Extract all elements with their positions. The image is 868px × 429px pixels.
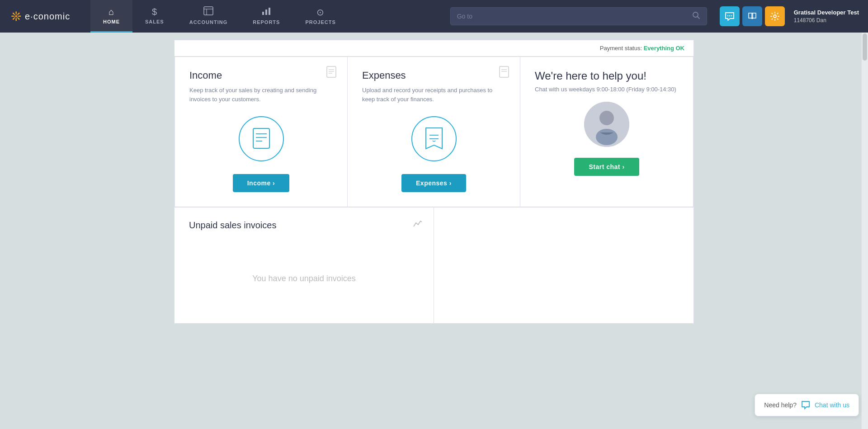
svg-point-8 xyxy=(727,15,728,16)
main-content: Payment status: Everything OK Income Kee… xyxy=(0,33,868,429)
svg-point-9 xyxy=(729,15,730,16)
nav-label-accounting: ACCOUNTING xyxy=(189,19,228,25)
logo-icon: ❊ xyxy=(11,9,21,24)
help-card: We're here to help you! Chat with us wee… xyxy=(520,57,693,207)
svg-rect-20 xyxy=(500,66,509,77)
income-center: Income › xyxy=(189,116,333,192)
svg-point-10 xyxy=(731,15,732,16)
user-id: 1148706 Dan xyxy=(794,17,859,24)
scrollbar-track[interactable] xyxy=(862,33,868,429)
help-widget: Need help? Chat with us xyxy=(755,394,859,416)
unpaid-invoices-section: Unpaid sales invoices You have no unpaid… xyxy=(175,207,434,323)
expenses-top-icon xyxy=(499,66,509,80)
nav-label-home: HOME xyxy=(103,19,120,24)
nav-item-home[interactable]: ⌂ HOME xyxy=(90,0,132,33)
scrollbar-thumb[interactable] xyxy=(863,33,867,61)
expenses-desc: Upload and record your receipts and purc… xyxy=(362,86,505,104)
dollar-icon: $ xyxy=(152,7,157,17)
help-title: We're here to help you! xyxy=(535,70,679,82)
search-icon xyxy=(692,11,700,21)
income-circle-icon xyxy=(239,116,284,161)
user-info: Gratisal Developer Test 1148706 Dan xyxy=(790,0,868,33)
projects-icon: ⊙ xyxy=(316,7,325,18)
logo[interactable]: ❊ e·conomic xyxy=(0,0,90,33)
svg-point-26 xyxy=(599,111,614,125)
income-desc: Keep track of your sales by creating and… xyxy=(189,86,333,104)
start-chat-button[interactable]: Start chat › xyxy=(574,158,639,176)
help-desc: Chat with us weekdays 9:00-18:00 (Friday… xyxy=(535,86,679,93)
nav-label-sales: SALES xyxy=(145,19,164,24)
chat-with-us-link[interactable]: Chat with us xyxy=(815,401,849,409)
svg-rect-4 xyxy=(265,9,267,15)
expenses-center: Expenses › xyxy=(362,116,505,192)
svg-point-27 xyxy=(596,129,618,145)
no-invoices-message: You have no unpaid invoices xyxy=(189,238,419,311)
income-button[interactable]: Income › xyxy=(233,174,290,192)
home-icon: ⌂ xyxy=(108,7,114,17)
help-widget-label: Need help? xyxy=(764,401,797,409)
expenses-title: Expenses xyxy=(362,70,505,81)
chat-button[interactable] xyxy=(720,6,740,26)
search-box[interactable] xyxy=(450,7,707,25)
reports-icon xyxy=(261,6,271,18)
svg-rect-16 xyxy=(253,128,269,148)
cards-row: Income Keep track of your sales by creat… xyxy=(175,57,693,207)
payment-status-value: Everything OK xyxy=(644,45,684,52)
unpaid-invoices-title: Unpaid sales invoices xyxy=(189,220,419,231)
settings-button[interactable] xyxy=(765,6,785,26)
chart-icon xyxy=(413,218,423,230)
svg-point-11 xyxy=(774,15,776,18)
payment-status-label: Payment status: xyxy=(600,45,642,52)
bottom-row: Unpaid sales invoices You have no unpaid… xyxy=(175,207,693,323)
payment-status-bar: Payment status: Everything OK xyxy=(175,40,693,57)
nav-label-projects: PROJECTS xyxy=(305,19,335,25)
income-top-icon xyxy=(326,66,336,80)
navbar: ❊ e·conomic ⌂ HOME $ SALES ACCOUNTING xyxy=(0,0,868,33)
expenses-circle-icon xyxy=(411,116,457,161)
nav-label-reports: REPORTS xyxy=(253,19,280,25)
nav-items: ⌂ HOME $ SALES ACCOUNTING xyxy=(90,0,443,33)
svg-line-7 xyxy=(697,17,699,19)
nav-actions xyxy=(714,0,790,33)
nav-item-accounting[interactable]: ACCOUNTING xyxy=(177,0,241,33)
help-center: Start chat › xyxy=(535,102,679,176)
expenses-button[interactable]: Expenses › xyxy=(401,174,466,192)
chat-bubble-icon xyxy=(801,401,810,410)
svg-rect-12 xyxy=(327,66,336,77)
expenses-card: Expenses Upload and record your receipts… xyxy=(348,57,520,207)
search-area xyxy=(443,7,714,25)
svg-rect-0 xyxy=(204,7,213,15)
accounting-icon xyxy=(203,6,213,18)
avatar xyxy=(584,102,629,147)
nav-item-reports[interactable]: REPORTS xyxy=(240,0,292,33)
income-card: Income Keep track of your sales by creat… xyxy=(175,57,348,207)
nav-item-sales[interactable]: $ SALES xyxy=(132,0,177,33)
svg-rect-5 xyxy=(269,8,270,15)
content-wrapper: Payment status: Everything OK Income Kee… xyxy=(174,40,694,324)
nav-item-projects[interactable]: ⊙ PROJECTS xyxy=(292,0,348,33)
user-name: Gratisal Developer Test xyxy=(794,9,859,17)
book-button[interactable] xyxy=(742,6,762,26)
search-input[interactable] xyxy=(457,13,689,20)
right-panel xyxy=(434,207,693,323)
logo-text: e·conomic xyxy=(25,11,70,22)
svg-rect-3 xyxy=(262,12,264,15)
income-title: Income xyxy=(189,70,333,81)
